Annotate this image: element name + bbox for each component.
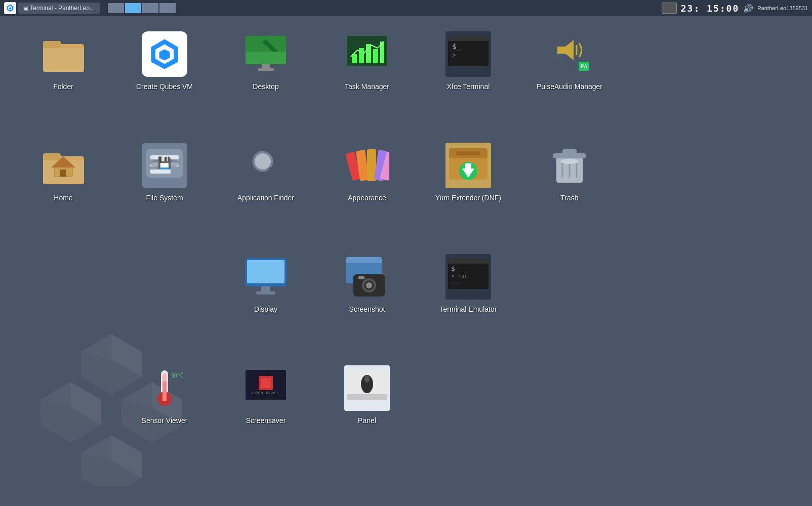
svg-rect-89: [358, 276, 364, 279]
icon-folder[interactable]: Folder: [20, 26, 106, 128]
trash-label: Trash: [560, 193, 578, 202]
icon-create-qubes-vm[interactable]: Create Qubes VM: [121, 26, 208, 128]
icon-file-system[interactable]: 💾 File System: [121, 138, 208, 239]
icon-home[interactable]: Home: [20, 138, 106, 239]
workspace-3[interactable]: [142, 3, 158, 13]
svg-text:...: ...: [451, 279, 461, 285]
sensor-viewer-label: Sensor Viewer: [142, 416, 188, 425]
display-label: Display: [254, 305, 277, 314]
svg-rect-73: [562, 149, 577, 154]
desktop-icon-img: [243, 31, 289, 77]
icon-application-finder[interactable]: Application Finder: [223, 138, 309, 239]
svg-rect-17: [43, 48, 84, 72]
pulseaudio-icon-img: PA: [547, 31, 592, 77]
qubes-menu-button[interactable]: [4, 2, 16, 14]
desktop-label: Desktop: [253, 82, 278, 91]
clock: 23: 15:00: [681, 3, 740, 14]
icon-terminal-emulator[interactable]: $ _ > run ... Terminal Emulator: [425, 249, 511, 350]
svg-rect-27: [262, 64, 270, 68]
svg-text:$ _: $ _: [451, 265, 463, 272]
taskbar-left: ▣ Terminal - PantherLeo...: [0, 2, 104, 14]
folder-label: Folder: [53, 82, 73, 91]
svg-rect-28: [258, 68, 274, 71]
taskbar-right: 23: 15:00 🔊 PantherLeo1359531: [658, 3, 812, 14]
desktop: Folder Create Qubes VM: [0, 16, 812, 506]
xfce-terminal-label: Xfce Terminal: [447, 82, 490, 91]
user-label: PantherLeo1359531: [757, 5, 808, 11]
icons-grid: Folder Create Qubes VM: [0, 16, 648, 482]
svg-point-88: [366, 282, 372, 288]
svg-text:_: _: [457, 43, 462, 51]
appearance-label: Appearance: [348, 193, 386, 202]
create-qubes-vm-icon-img: [142, 31, 187, 77]
svg-marker-40: [557, 40, 574, 60]
icon-sensor-viewer[interactable]: 30°C Sensor Viewer: [121, 360, 208, 461]
icon-trash[interactable]: Trash: [526, 138, 613, 239]
screensaver-label: Screensaver: [246, 416, 286, 425]
svg-rect-54: [150, 170, 171, 174]
yum-extender-label: Yum Extender (DNF): [435, 193, 501, 202]
panel-label: Panel: [358, 416, 376, 425]
terminal-emulator-icon-img: $ _ > run ...: [445, 254, 491, 300]
home-label: Home: [54, 193, 72, 202]
svg-rect-32: [366, 44, 371, 63]
icon-display[interactable]: Display: [223, 249, 309, 350]
workspace-2[interactable]: [125, 3, 141, 13]
icon-pulseaudio[interactable]: PA PulseAudio Manager: [526, 26, 613, 128]
svg-rect-50: [60, 170, 66, 177]
icon-task-manager[interactable]: Task Manager: [324, 26, 410, 128]
display-icon-img: [243, 254, 289, 300]
svg-text:$: $: [452, 43, 456, 51]
svg-rect-47: [43, 153, 61, 160]
appearance-icon-img: [344, 143, 390, 188]
workspace-1[interactable]: [108, 3, 124, 13]
svg-rect-24: [246, 52, 286, 64]
screensaver-icon-img: xscreensaver: [243, 365, 289, 411]
svg-rect-81: [261, 286, 270, 291]
icon-appearance[interactable]: Appearance: [324, 138, 410, 239]
home-icon-img: [40, 143, 86, 188]
svg-text:>: >: [452, 52, 456, 59]
svg-rect-82: [256, 291, 275, 294]
svg-rect-91: [448, 259, 489, 264]
svg-text:PA: PA: [581, 63, 588, 70]
screenshot-icon-img: [344, 254, 390, 300]
xfce-terminal-icon-img: $ _ >: [445, 31, 491, 77]
icon-screenshot[interactable]: Screenshot: [324, 249, 410, 350]
svg-rect-84: [346, 257, 382, 263]
screenshot-label: Screenshot: [349, 305, 385, 314]
task-manager-icon-img: [344, 31, 390, 77]
icon-screensaver[interactable]: xscreensaver Screensaver: [223, 360, 309, 461]
folder-icon-img: [40, 31, 86, 77]
sensor-icon-img: 30°C: [142, 365, 187, 411]
yumextender-icon-img: [445, 143, 491, 188]
pulseaudio-label: PulseAudio Manager: [537, 82, 602, 91]
panel-icon-img: [344, 365, 390, 411]
volume-icon[interactable]: 🔊: [743, 4, 753, 13]
svg-rect-36: [448, 36, 489, 41]
trash-icon-img: [547, 143, 592, 188]
svg-line-59: [271, 170, 281, 181]
workspace-4[interactable]: [159, 3, 176, 13]
appfinder-label: Application Finder: [237, 193, 294, 202]
appfinder-icon-img: [243, 143, 289, 188]
icon-yum-extender[interactable]: Yum Extender (DNF): [425, 138, 511, 239]
terminal-tab[interactable]: ▣ Terminal - PantherLeo...: [18, 3, 100, 14]
svg-rect-31: [359, 48, 364, 63]
icon-panel[interactable]: Panel: [324, 360, 410, 461]
taskbar: ▣ Terminal - PantherLeo... 23: 15:00 🔊 P…: [0, 0, 812, 16]
svg-rect-105: [347, 394, 387, 400]
task-manager-label: Task Manager: [345, 82, 389, 91]
filesystem-icon-img: 💾: [142, 143, 187, 188]
svg-point-58: [255, 153, 271, 170]
create-qubes-vm-label: Create Qubes VM: [136, 82, 193, 91]
svg-point-107: [364, 375, 370, 383]
svg-text:xscreensaver: xscreensaver: [251, 390, 278, 395]
svg-rect-33: [373, 49, 378, 63]
file-system-label: File System: [146, 193, 183, 202]
terminal-emulator-label: Terminal Emulator: [440, 305, 497, 314]
icon-xfce-terminal[interactable]: $ _ > Xfce Terminal: [425, 26, 511, 128]
icon-desktop[interactable]: Desktop: [223, 26, 309, 128]
svg-rect-80: [247, 260, 285, 283]
svg-rect-102: [261, 378, 271, 388]
